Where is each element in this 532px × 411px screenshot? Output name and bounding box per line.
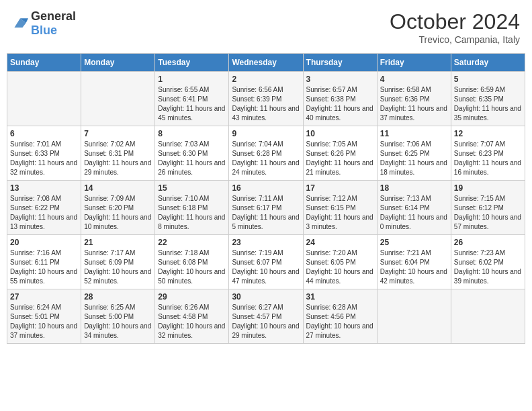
day-info: Sunrise: 6:28 AM Sunset: 4:56 PM Dayligh… (306, 303, 374, 340)
daylight-text: Daylight: 11 hours and 43 minutes. (232, 105, 299, 122)
day-info: Sunrise: 7:03 AM Sunset: 6:30 PM Dayligh… (158, 140, 226, 177)
day-info: Sunrise: 7:11 AM Sunset: 6:17 PM Dayligh… (232, 194, 300, 232)
day-of-week-header: Friday (377, 54, 451, 72)
calendar-cell: 5 Sunrise: 6:59 AM Sunset: 6:35 PM Dayli… (451, 72, 525, 126)
day-info: Sunrise: 7:10 AM Sunset: 6:18 PM Dayligh… (158, 194, 226, 232)
daylight-text: Daylight: 11 hours and 24 minutes. (232, 159, 299, 176)
calendar-cell: 25 Sunrise: 7:21 AM Sunset: 6:04 PM Dayl… (377, 235, 451, 289)
daylight-text: Daylight: 10 hours and 50 minutes. (158, 268, 225, 285)
sunrise-text: Sunrise: 7:12 AM (306, 195, 357, 202)
day-number: 1 (158, 75, 226, 84)
sunrise-text: Sunrise: 7:15 AM (454, 195, 505, 202)
sunrise-text: Sunrise: 7:05 AM (306, 140, 357, 148)
calendar-cell: 2 Sunrise: 6:56 AM Sunset: 6:39 PM Dayli… (229, 72, 303, 126)
sunset-text: Sunset: 6:23 PM (454, 150, 504, 157)
sunset-text: Sunset: 6:18 PM (158, 204, 208, 212)
day-number: 10 (306, 129, 374, 138)
day-info: Sunrise: 7:21 AM Sunset: 6:04 PM Dayligh… (380, 248, 448, 286)
daylight-text: Daylight: 11 hours and 8 minutes. (158, 214, 225, 230)
calendar-cell: 7 Sunrise: 7:02 AM Sunset: 6:31 PM Dayli… (81, 126, 155, 181)
daylight-text: Daylight: 11 hours and 10 minutes. (84, 214, 151, 230)
sunset-text: Sunset: 6:14 PM (380, 204, 430, 212)
calendar-cell (7, 72, 81, 126)
day-info: Sunrise: 7:16 AM Sunset: 6:11 PM Dayligh… (10, 248, 78, 286)
calendar-cell: 19 Sunrise: 7:15 AM Sunset: 6:12 PM Dayl… (451, 181, 525, 235)
sunrise-text: Sunrise: 7:08 AM (10, 195, 61, 202)
day-number: 27 (10, 292, 78, 302)
day-info: Sunrise: 7:07 AM Sunset: 6:23 PM Dayligh… (454, 140, 522, 177)
day-of-week-header: Saturday (451, 54, 525, 72)
sunrise-text: Sunrise: 7:21 AM (380, 249, 431, 257)
sunrise-text: Sunrise: 7:04 AM (232, 140, 283, 148)
sunset-text: Sunset: 6:28 PM (232, 150, 281, 157)
sunset-text: Sunset: 6:25 PM (380, 150, 430, 157)
day-number: 18 (380, 183, 448, 193)
calendar-cell: 3 Sunrise: 6:57 AM Sunset: 6:38 PM Dayli… (303, 72, 377, 126)
calendar-cell (377, 289, 451, 344)
day-info: Sunrise: 7:19 AM Sunset: 6:07 PM Dayligh… (232, 248, 300, 286)
sunrise-text: Sunrise: 6:55 AM (158, 86, 209, 93)
day-number: 29 (158, 292, 226, 302)
day-number: 12 (454, 129, 522, 138)
daylight-text: Daylight: 11 hours and 45 minutes. (158, 105, 225, 122)
daylight-text: Daylight: 11 hours and 26 minutes. (158, 159, 225, 176)
daylight-text: Daylight: 11 hours and 40 minutes. (306, 105, 373, 122)
calendar-cell: 8 Sunrise: 7:03 AM Sunset: 6:30 PM Dayli… (155, 126, 229, 181)
sunset-text: Sunset: 6:38 PM (306, 95, 356, 103)
calendar-cell: 27 Sunrise: 6:24 AM Sunset: 5:01 PM Dayl… (7, 289, 81, 344)
calendar-cell: 20 Sunrise: 7:16 AM Sunset: 6:11 PM Dayl… (7, 235, 81, 289)
calendar-week-row: 27 Sunrise: 6:24 AM Sunset: 5:01 PM Dayl… (7, 289, 525, 344)
sunset-text: Sunset: 6:33 PM (10, 150, 60, 157)
sunset-text: Sunset: 6:36 PM (380, 95, 430, 103)
sunrise-text: Sunrise: 7:10 AM (158, 195, 209, 202)
daylight-text: Daylight: 10 hours and 37 minutes. (10, 322, 77, 339)
sunrise-text: Sunrise: 6:27 AM (232, 304, 283, 311)
logo-general-text: General (31, 9, 76, 23)
daylight-text: Daylight: 10 hours and 52 minutes. (84, 268, 151, 285)
day-number: 15 (158, 183, 226, 193)
sunrise-text: Sunrise: 7:23 AM (454, 249, 505, 257)
day-of-week-header: Tuesday (155, 54, 229, 72)
calendar-cell: 16 Sunrise: 7:11 AM Sunset: 6:17 PM Dayl… (229, 181, 303, 235)
calendar-cell (81, 72, 155, 126)
sunrise-text: Sunrise: 7:18 AM (158, 249, 209, 257)
sunrise-text: Sunrise: 7:06 AM (380, 140, 431, 148)
calendar-cell: 6 Sunrise: 7:01 AM Sunset: 6:33 PM Dayli… (7, 126, 81, 181)
day-info: Sunrise: 7:05 AM Sunset: 6:26 PM Dayligh… (306, 140, 374, 177)
calendar-week-row: 20 Sunrise: 7:16 AM Sunset: 6:11 PM Dayl… (7, 235, 525, 289)
daylight-text: Daylight: 11 hours and 5 minutes. (232, 214, 299, 230)
sunset-text: Sunset: 6:17 PM (232, 204, 281, 212)
sunrise-text: Sunrise: 6:28 AM (306, 304, 357, 311)
calendar-cell: 9 Sunrise: 7:04 AM Sunset: 6:28 PM Dayli… (229, 126, 303, 181)
sunrise-text: Sunrise: 7:11 AM (232, 195, 283, 202)
calendar-cell: 31 Sunrise: 6:28 AM Sunset: 4:56 PM Dayl… (303, 289, 377, 344)
day-info: Sunrise: 7:01 AM Sunset: 6:33 PM Dayligh… (10, 140, 78, 177)
sunrise-text: Sunrise: 6:24 AM (10, 304, 61, 311)
daylight-text: Daylight: 11 hours and 35 minutes. (454, 105, 521, 122)
day-number: 9 (232, 129, 300, 138)
day-of-week-header: Sunday (7, 54, 81, 72)
daylight-text: Daylight: 10 hours and 44 minutes. (306, 268, 373, 285)
logo-blue-text: Blue (31, 24, 57, 37)
day-number: 4 (380, 75, 448, 84)
sunset-text: Sunset: 6:07 PM (232, 259, 281, 266)
sunset-text: Sunset: 6:04 PM (380, 259, 430, 266)
calendar-cell: 10 Sunrise: 7:05 AM Sunset: 6:26 PM Dayl… (303, 126, 377, 181)
day-info: Sunrise: 7:02 AM Sunset: 6:31 PM Dayligh… (84, 140, 152, 177)
sunset-text: Sunset: 4:57 PM (232, 313, 281, 320)
day-info: Sunrise: 7:15 AM Sunset: 6:12 PM Dayligh… (454, 194, 522, 232)
sunset-text: Sunset: 6:12 PM (454, 204, 504, 212)
day-number: 13 (10, 183, 78, 193)
day-info: Sunrise: 7:08 AM Sunset: 6:22 PM Dayligh… (10, 194, 78, 232)
day-number: 6 (10, 129, 78, 138)
sunset-text: Sunset: 6:22 PM (10, 204, 60, 212)
sunset-text: Sunset: 6:39 PM (232, 95, 281, 103)
day-number: 22 (158, 238, 226, 247)
day-number: 25 (380, 238, 448, 247)
day-number: 14 (84, 183, 152, 193)
calendar-cell (451, 289, 525, 344)
daylight-text: Daylight: 10 hours and 29 minutes. (232, 322, 299, 339)
sunrise-text: Sunrise: 6:59 AM (454, 86, 505, 93)
daylight-text: Daylight: 10 hours and 39 minutes. (454, 268, 521, 285)
calendar-week-row: 13 Sunrise: 7:08 AM Sunset: 6:22 PM Dayl… (7, 181, 525, 235)
